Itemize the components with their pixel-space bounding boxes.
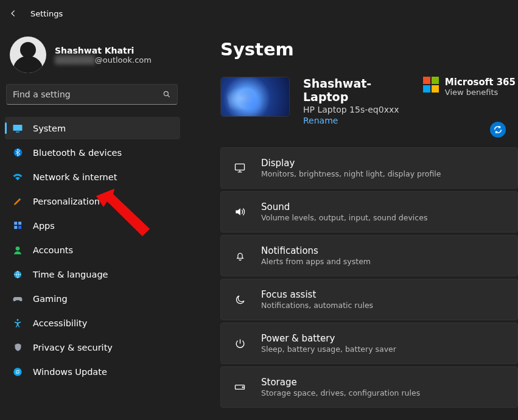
sidebar-item-apps[interactable]: Apps xyxy=(5,214,180,237)
bluetooth-icon xyxy=(12,147,23,158)
sidebar-item-label: Apps xyxy=(33,221,55,231)
card-title: Storage xyxy=(261,377,420,388)
wifi-icon xyxy=(12,172,23,183)
apps-icon xyxy=(12,220,23,231)
card-subtitle: Monitors, brightness, night light, displ… xyxy=(261,169,441,178)
card-subtitle: Alerts from apps and system xyxy=(261,257,371,266)
svg-point-0 xyxy=(164,91,168,96)
sidebar-item-network[interactable]: Network & internet xyxy=(5,166,180,188)
svg-rect-1 xyxy=(13,125,23,131)
svg-rect-12 xyxy=(236,164,245,170)
moon-icon xyxy=(233,294,247,306)
svg-point-10 xyxy=(17,319,19,321)
gamepad-icon xyxy=(12,293,23,304)
ms365-title: Microsoft 365 xyxy=(445,77,516,88)
svg-rect-6 xyxy=(14,226,17,229)
desktop-thumbnail[interactable] xyxy=(220,77,290,117)
sidebar-item-personalization[interactable]: Personalization xyxy=(5,190,180,212)
microsoft-logo-icon xyxy=(423,77,439,93)
card-title: Power & battery xyxy=(261,333,396,344)
card-power[interactable]: Power & battery Sleep, battery usage, ba… xyxy=(220,323,518,364)
card-focus[interactable]: Focus assist Notifications, automatic ru… xyxy=(220,279,518,320)
sidebar-nav: System Bluetooth & devices Network & int… xyxy=(5,117,180,383)
sidebar-item-label: System xyxy=(33,124,66,133)
card-title: Display xyxy=(261,158,441,169)
user-name: Shashwat Khatri xyxy=(55,46,152,55)
card-subtitle: Storage space, drives, configuration rul… xyxy=(261,388,420,397)
card-sound[interactable]: Sound Volume levels, output, input, soun… xyxy=(220,191,518,233)
drive-icon xyxy=(233,381,247,393)
settings-card-list: Display Monitors, brightness, night ligh… xyxy=(220,147,518,408)
paintbrush-icon xyxy=(12,196,23,207)
sidebar-item-label: Accessibility xyxy=(33,318,87,328)
bell-icon xyxy=(233,250,247,262)
card-title: Notifications xyxy=(261,245,371,256)
sidebar-item-gaming[interactable]: Gaming xyxy=(5,287,180,310)
card-subtitle: Notifications, automatic rules xyxy=(261,301,373,310)
microsoft-365-block[interactable]: Microsoft 365 View benefits xyxy=(423,77,518,97)
sidebar-item-label: Network & internet xyxy=(33,172,117,182)
card-subtitle: Sleep, battery usage, battery saver xyxy=(261,345,396,354)
sidebar-item-label: Windows Update xyxy=(33,367,107,377)
page-title: System xyxy=(220,39,518,60)
svg-rect-4 xyxy=(14,222,17,225)
sidebar-item-label: Bluetooth & devices xyxy=(33,148,122,158)
svg-point-14 xyxy=(242,387,243,388)
ms365-subtitle: View benefits xyxy=(445,88,516,97)
user-email: shashwat@outlook.com xyxy=(55,55,152,65)
svg-point-11 xyxy=(13,368,21,376)
card-subtitle: Volume levels, output, input, sound devi… xyxy=(261,213,427,222)
shield-icon xyxy=(12,342,23,353)
sidebar-item-time[interactable]: Time & language xyxy=(5,263,180,285)
search-box[interactable] xyxy=(6,84,178,105)
card-storage[interactable]: Storage Storage space, drives, configura… xyxy=(220,366,518,408)
sidebar-item-bluetooth[interactable]: Bluetooth & devices xyxy=(5,141,180,164)
sidebar-item-label: Privacy & security xyxy=(33,343,113,352)
update-icon xyxy=(12,366,23,377)
svg-rect-7 xyxy=(18,226,21,229)
sidebar-item-privacy[interactable]: Privacy & security xyxy=(5,336,180,359)
speaker-icon xyxy=(233,206,247,218)
svg-rect-2 xyxy=(16,131,19,132)
card-title: Focus assist xyxy=(261,289,373,300)
sidebar-item-label: Accounts xyxy=(33,245,73,255)
user-block[interactable]: Shashwat Khatri shashwat@outlook.com xyxy=(5,33,180,84)
search-icon xyxy=(163,90,171,99)
onedrive-sync-icon[interactable] xyxy=(490,122,506,138)
sidebar-item-update[interactable]: Windows Update xyxy=(5,360,180,383)
monitor-icon xyxy=(233,162,247,174)
device-model: HP Laptop 15s-eq0xxx xyxy=(303,105,410,114)
system-icon xyxy=(12,123,23,134)
search-input[interactable] xyxy=(13,89,163,99)
sidebar-item-label: Personalization xyxy=(33,197,100,206)
sidebar-item-system[interactable]: System xyxy=(5,117,180,139)
sidebar-item-accounts[interactable]: Accounts xyxy=(5,239,180,261)
device-name: Shashwat-Laptop xyxy=(303,77,410,103)
svg-rect-5 xyxy=(18,222,21,225)
sidebar-item-label: Gaming xyxy=(33,294,68,304)
sidebar-item-accessibility[interactable]: Accessibility xyxy=(5,312,180,334)
card-display[interactable]: Display Monitors, brightness, night ligh… xyxy=(220,147,518,189)
card-title: Sound xyxy=(261,201,427,212)
sidebar-item-label: Time & language xyxy=(33,270,108,279)
power-icon xyxy=(233,338,247,349)
accessibility-icon xyxy=(12,318,23,329)
person-icon xyxy=(12,245,23,256)
rename-link[interactable]: Rename xyxy=(303,116,410,125)
card-notifications[interactable]: Notifications Alerts from apps and syste… xyxy=(220,235,518,276)
app-title: Settings xyxy=(30,9,63,18)
back-button[interactable] xyxy=(9,9,18,18)
avatar xyxy=(10,37,46,73)
svg-point-8 xyxy=(16,247,20,251)
globe-clock-icon xyxy=(12,269,23,280)
